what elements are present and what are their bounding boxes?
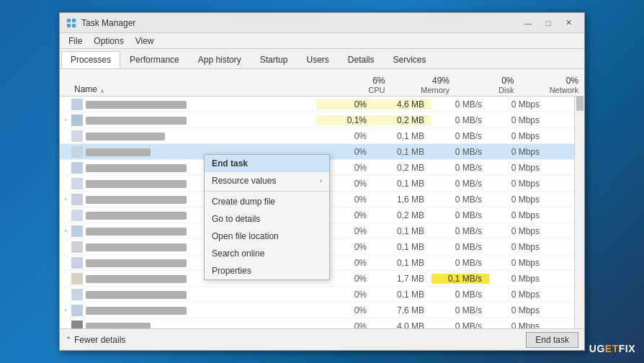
table-row[interactable]: 0% 4,6 MB 0 MB/s 0 Mbps	[60, 97, 584, 112]
process-name	[86, 115, 316, 125]
tab-app-history[interactable]: App history	[189, 51, 251, 68]
memory-cell: 0,1 MB	[374, 131, 431, 141]
cpu-cell: 0,1%	[316, 115, 374, 125]
network-cell: 0 Mbps	[489, 147, 547, 157]
disk-cell: 0 MB/s	[431, 131, 489, 141]
col-disk-header[interactable]: 0% Disk	[455, 74, 520, 96]
ctx-arrow-icon: ›	[320, 177, 322, 184]
tab-details[interactable]: Details	[339, 51, 384, 68]
cpu-cell: 0%	[316, 99, 374, 109]
process-icon	[71, 115, 83, 126]
ctx-search-online-label: Search online	[212, 248, 264, 259]
process-icon	[71, 225, 83, 237]
sort-arrow-icon: ∧	[100, 88, 104, 94]
process-icon	[71, 273, 83, 284]
memory-cell: 0,1 MB	[374, 258, 431, 268]
ctx-resource-values[interactable]: Resource values ›	[205, 172, 329, 189]
memory-cell: 1,7 MB	[374, 274, 431, 284]
ctx-end-task[interactable]: End task	[205, 155, 329, 172]
process-name	[86, 131, 316, 141]
menu-view[interactable]: View	[130, 35, 160, 48]
memory-cell: 0,1 MB	[374, 242, 431, 252]
end-task-button[interactable]: End task	[526, 332, 578, 348]
network-cell: 0 Mbps	[489, 242, 547, 252]
ctx-separator	[205, 191, 329, 192]
memory-cell: 0,2 MB	[374, 210, 431, 220]
fewer-details-button[interactable]: ⌃ Fewer details	[66, 335, 125, 345]
network-cell: 0 Mbps	[489, 131, 547, 141]
col-network-header[interactable]: 0% Network	[520, 74, 585, 96]
logo-fix: FIX	[619, 343, 635, 354]
process-icon	[71, 257, 83, 269]
ctx-properties-label: Properties	[212, 266, 251, 276]
status-bar: ⌃ Fewer details End task	[60, 328, 584, 350]
disk-cell: 0 MB/s	[431, 210, 489, 220]
ctx-create-dump[interactable]: Create dump file	[205, 193, 329, 210]
disk-cell: 0 MB/s	[431, 242, 489, 252]
process-icon	[71, 99, 83, 110]
process-icon	[71, 194, 83, 205]
table-row[interactable]: › 0% 7,6 MB 0 MB/s 0 Mbps	[60, 302, 584, 318]
process-name	[86, 305, 316, 315]
disk-cell: 0 MB/s	[431, 179, 489, 189]
process-icon	[71, 241, 83, 253]
ctx-search-online[interactable]: Search online	[205, 245, 329, 262]
cpu-cell: 0%	[316, 305, 374, 315]
logo-et: ET	[605, 343, 619, 354]
disk-cell: 0 MB/s	[431, 163, 489, 173]
logo-ug: UG	[589, 343, 605, 354]
process-icon	[71, 178, 83, 189]
minimize-button[interactable]: —	[518, 15, 538, 31]
memory-cell: 7,6 MB	[374, 305, 431, 315]
cpu-cell: 0%	[316, 131, 374, 141]
disk-cell: 0 MB/s	[431, 147, 489, 157]
process-name	[86, 290, 316, 300]
svg-rect-2	[67, 24, 71, 27]
memory-cell: 1,6 MB	[374, 194, 431, 205]
process-icon	[71, 146, 83, 158]
title-bar: Task Manager — □ ✕	[60, 13, 584, 33]
window-title: Task Manager	[81, 18, 518, 28]
table-row[interactable]: 0% 0,1 MB 0 MB/s 0 Mbps	[60, 128, 584, 144]
network-cell: 0 Mbps	[489, 321, 547, 329]
table-row[interactable]: 0% 4,0 MB 0 MB/s 0 Mbps	[60, 318, 584, 328]
network-cell: 0 Mbps	[489, 210, 547, 220]
ugetfix-logo: UGETFIX	[589, 343, 635, 354]
expand-icon: ›	[60, 307, 71, 313]
process-name	[86, 321, 316, 329]
menu-file[interactable]: File	[63, 35, 88, 48]
col-name-header[interactable]: Name ∧	[60, 83, 326, 96]
maximize-button[interactable]: □	[538, 15, 558, 31]
disk-cell: 0 MB/s	[431, 226, 489, 236]
scrollbar-track[interactable]	[574, 97, 584, 328]
memory-cell: 0,1 MB	[374, 147, 431, 157]
menu-options[interactable]: Options	[88, 35, 129, 48]
process-icon	[71, 130, 83, 142]
scrollbar-thumb[interactable]	[576, 97, 583, 111]
tab-services[interactable]: Services	[384, 51, 436, 68]
ctx-open-file-location[interactable]: Open file location	[205, 228, 329, 245]
close-button[interactable]: ✕	[558, 15, 578, 31]
tab-processes[interactable]: Processes	[61, 51, 120, 68]
col-memory-header[interactable]: 49% Memory	[391, 74, 456, 96]
ctx-properties[interactable]: Properties	[205, 262, 329, 279]
process-icon	[71, 162, 83, 174]
process-icon	[71, 289, 83, 300]
table-row[interactable]: › 0,1% 0,2 MB 0 MB/s 0 Mbps	[60, 112, 584, 128]
ctx-go-to-details-label: Go to details	[212, 214, 260, 224]
network-cell: 0 Mbps	[489, 163, 547, 173]
cpu-cell: 0%	[316, 321, 374, 329]
process-icon	[71, 321, 83, 329]
col-cpu-header[interactable]: 6% CPU	[326, 74, 391, 96]
network-cell: 0 Mbps	[489, 194, 547, 205]
expand-icon: ›	[60, 228, 71, 234]
ctx-go-to-details[interactable]: Go to details	[205, 210, 329, 228]
tab-users[interactable]: Users	[297, 51, 338, 68]
process-name	[86, 99, 316, 109]
task-manager-window: Task Manager — □ ✕ File Options View Pro…	[59, 12, 585, 351]
tab-performance[interactable]: Performance	[120, 51, 189, 68]
process-icon	[71, 305, 83, 316]
tab-startup[interactable]: Startup	[251, 51, 298, 68]
table-row[interactable]: 0% 0,1 MB 0 MB/s 0 Mbps	[60, 287, 584, 302]
memory-cell: 0,2 MB	[374, 163, 431, 173]
